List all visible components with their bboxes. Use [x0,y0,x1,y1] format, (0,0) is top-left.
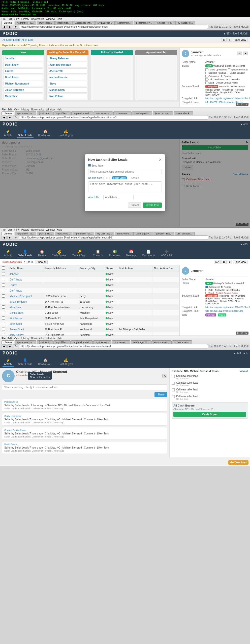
table-row[interactable]: Michael Rosengrant 33 Windham Depot ... … [0,293,179,299]
priority-btn[interactable]: ☆ [106,177,108,179]
tab-contacts[interactable]: 📋 Contacts [91,249,104,258]
tab-files-2[interactable]: https://files... [53,111,71,115]
kanban-card-ron[interactable]: Ron Polson [48,94,87,99]
forward-btn-2[interactable]: ▶ [7,115,12,119]
col-seller-name[interactable]: Seller Name [8,265,43,271]
kanban-card-michael-b[interactable]: michael boccia [48,75,87,80]
refresh-btn-4[interactable]: ↻ [13,344,18,348]
forward-button[interactable]: ▶ [7,25,12,29]
menu-file-4[interactable]: File [2,337,6,340]
tab-seller-leads-4[interactable]: 👤 Seller Leads Seller LeadsNew Seller Le… [17,357,34,367]
seller-name-link-9[interactable]: Kim Parker [10,317,22,320]
cl-link-3[interactable]: http://rk.craigslist.org/area/4162001892… [205,306,250,309]
seller-name-link-4[interactable]: Don't know [10,289,22,292]
tab-cash-buyers-4[interactable]: 💰 Cash Buyers [57,357,75,367]
row-check-4[interactable] [2,289,5,292]
refresh-btn-2[interactable]: ↻ [13,115,18,119]
menu-help[interactable]: Help [57,18,62,20]
tab-apprentice-2[interactable]: Apprentice Trai... [15,111,36,115]
tab-activity-4[interactable]: ⚡ Activity [3,357,14,367]
tab-a4[interactable]: Apprentice Trai... [73,232,94,235]
seller-name-link-7[interactable]: Mark Stay [10,306,21,309]
tab-chrome-3[interactable]: Chrome [2,232,14,235]
add-labels-btn[interactable] [103,195,134,200]
cb-outsourced[interactable]: Outsourced To Realtor [205,75,231,77]
tab-cont-2[interactable]: 1cont#mem... [113,111,132,115]
kanban-card-sherry[interactable]: Sherry Pelarsen [48,56,87,61]
tab-expenses[interactable]: 💵 Expenses [107,249,121,258]
col-next-action-due[interactable]: Next Action Due [152,265,179,271]
seller-name-link-1[interactable]: Jennifer [10,273,19,275]
tab-realtw-3[interactable]: 🏠 Realtw [37,249,47,258]
tab-documents[interactable]: 📄 Documents [141,249,157,258]
menu-window[interactable]: Window [46,18,55,20]
menu-file-3[interactable]: File [2,228,6,231]
col-next-action[interactable]: Next Action [117,265,152,271]
menu-bookmarks-4[interactable]: Bookmarks [31,337,44,340]
kanban-card-marian[interactable]: Marian Krish [48,87,87,93]
tab-activity-2[interactable]: ⚡ Activity [3,129,14,138]
tab-tenant-buy[interactable]: 🔑 Tenant Buy... [71,249,88,258]
address-bar-3[interactable]: https://podio.com/apprentice-program-2/m… [19,235,208,240]
row-check-6[interactable] [2,300,5,303]
task-check-r2[interactable] [172,382,175,385]
row-check-8[interactable] [2,311,5,314]
tab-ldp4[interactable]: LeadPages™... [131,340,151,344]
menu-help-2[interactable]: Help [57,108,62,111]
tab-jemscot-2[interactable]: jemscot - Rec... [153,111,173,115]
table-row[interactable]: Jillian Bergeron 24v Thornhill Rd Strath… [0,299,179,304]
menu-view-3[interactable]: View [14,228,19,231]
address-bar-4[interactable]: https://podio.com/apprentice-program-2/m… [19,344,208,348]
table-row[interactable]: Don't know New [0,277,179,282]
menu-bookmarks-2[interactable]: Bookmarks [31,108,44,111]
tab-meetings[interactable]: 📅 Meetings [124,249,138,258]
tab-realtw[interactable]: 🏠 Realtw Not... [37,129,54,138]
cl-email-3[interactable]: tplp-4162001892@nous.craigslist.org [205,310,248,312]
seller-name-link-6[interactable]: Jillian Bergeron [10,300,27,303]
seller-name-link-10[interactable]: Sean Scott [10,323,22,325]
tab-lp3[interactable]: My LastPass... [95,232,114,235]
menu-edit-2[interactable]: Edit [8,108,12,111]
tab-realtw-4[interactable]: 🏠 Realtw Not... [37,357,54,367]
forward-btn-3[interactable]: ▶ [7,236,12,239]
share-input[interactable] [2,384,167,390]
tab-f4[interactable]: https://files... [53,340,71,344]
tab-lp4[interactable]: My LastFas... [93,340,111,344]
tab-seller-leads-2[interactable]: 👤 Seller Leads [17,129,34,138]
table-row[interactable]: Jennifer New [0,271,179,277]
table-row[interactable]: Don't know New [0,288,179,293]
address-bar-2[interactable]: https://podio.com/apprentice-program-2/m… [19,115,208,119]
tab-chrome[interactable]: Chrome [2,21,14,25]
tab-cash-buyers-3[interactable]: 💰 Cash Buyers [50,249,68,258]
tab-files[interactable]: https://files... [55,21,73,25]
cb-appt-set[interactable]: Appointment Set [228,68,248,71]
tab-fb3[interactable]: JD Facebook... [175,232,195,235]
row-check-2[interactable] [2,278,5,281]
tab-apprentice1[interactable]: Apprentice Trai... [15,21,36,25]
tab-428-3[interactable]: (428) Selle... [37,232,54,235]
tab-c4[interactable]: 1cont#mem... [112,340,130,344]
breadcrumb-link-1[interactable]: All Seller Leads (All of 138) [3,38,33,41]
menu-help-3[interactable]: Help [57,228,62,231]
attach-file-btn[interactable]: Attach file [88,196,99,199]
row-check-1[interactable] [2,272,5,275]
table-row[interactable]: Mark Stay 12 Bear Meadow Road Londonderr… [0,304,179,310]
contact-name-3[interactable]: Jennifer [191,269,203,273]
back-btn-2[interactable]: ◀ [2,115,7,119]
col-status[interactable]: Status [104,265,117,271]
edit-contact-btn[interactable]: ✎ [162,374,167,378]
kanban-card-john-b[interactable]: John Brockington [48,62,87,67]
refresh-btn-3[interactable]: ↻ [13,236,18,239]
send-letter-checkbox[interactable]: Send letter [88,164,162,167]
kanban-card-dontknow2[interactable]: Don't know [3,75,43,80]
menu-edit-4[interactable]: Edit [8,337,12,340]
menu-window-2[interactable]: Window [46,108,55,111]
menu-view[interactable]: View [14,18,19,20]
tab-cash-buyers-2[interactable]: 💰 Cash Buyers [57,129,75,138]
tab-leadpages[interactable]: LeadPages™... [134,21,154,25]
tab-c3[interactable]: 1cont#mem... [115,232,133,235]
tab-428-4[interactable]: (428) Acti... [37,340,53,344]
tab-lastpass[interactable]: My LastPass... [95,21,115,25]
back-btn-3[interactable]: ◀ [2,236,7,239]
menu-edit-3[interactable]: Edit [8,228,12,231]
